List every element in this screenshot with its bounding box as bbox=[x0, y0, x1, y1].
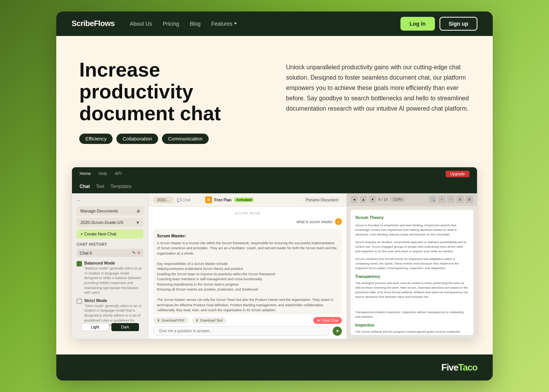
site-logo: ScribeFlows bbox=[72, 19, 114, 28]
app-pdf: ◂ ▴ ▾ 4 / 14 110% 🔍 + − ⬇ bbox=[347, 193, 477, 339]
hero-title: Increase productivity document chat bbox=[79, 59, 263, 125]
secondary-nav-home[interactable]: Home bbox=[80, 171, 91, 176]
pdf-page-info: 4 / 14 bbox=[378, 198, 388, 202]
response-body: A Scrum Master is a crucial role within … bbox=[157, 241, 338, 314]
chat-input-row: ➤ bbox=[153, 326, 342, 336]
secondary-nav-right: Upgrade bbox=[446, 170, 469, 177]
hero-tags: Efficiency Collaboration Communication bbox=[79, 134, 263, 144]
clear-chat-btn[interactable]: ⊗ Clear Chat bbox=[313, 317, 342, 324]
user-query-text: what is scrum master bbox=[297, 220, 333, 224]
login-button[interactable]: Log in bbox=[400, 17, 435, 31]
pdf-zoom: 110% bbox=[390, 197, 405, 202]
pdf-page: Scrum Theory Scrum is founded on empiric… bbox=[351, 210, 473, 335]
chat-plan-icon: B bbox=[205, 196, 212, 203]
chat-history-title: Chat History bbox=[77, 242, 144, 247]
tab-text[interactable]: Text bbox=[96, 184, 105, 189]
app-topbar: Chat Text Templates bbox=[72, 180, 477, 193]
tag-communication: Communication bbox=[162, 134, 209, 144]
app-section: Home Help API Upgrade Chat Text Template… bbox=[56, 159, 493, 354]
response-title: Scrum Master: bbox=[157, 233, 338, 239]
manage-docs-btn[interactable]: Manage Documents ⊞ bbox=[77, 206, 144, 216]
download-pdf-btn[interactable]: ⬇ Download PDF bbox=[153, 317, 189, 324]
pdf-tool-search[interactable]: 🔍 bbox=[429, 196, 436, 203]
secondary-nav-help[interactable]: Help bbox=[98, 171, 107, 176]
hero-right: Unlock unparalleled productivity gains w… bbox=[286, 59, 470, 114]
chat-item[interactable]: Chat 6 ✎ ✕ bbox=[77, 249, 144, 257]
app-body: ← Manage Documents ⊞ 2020-Scrum-Guide-US… bbox=[72, 193, 477, 339]
doc-item[interactable]: 2020-Scrum-Guide-US ▼ bbox=[77, 218, 144, 227]
clear-icon: ⊗ bbox=[317, 318, 320, 322]
app-secondary-bar: Home Help API Upgrade bbox=[72, 167, 477, 180]
send-button[interactable]: ➤ bbox=[333, 327, 342, 336]
pdf-text-1: Scrum is founded on empiricism and lean … bbox=[355, 223, 469, 237]
tab-chat[interactable]: Chat bbox=[80, 184, 90, 189]
chat-edit-icon[interactable]: ✎ bbox=[132, 250, 136, 255]
nav-pricing[interactable]: Pricing bbox=[163, 21, 179, 27]
nav-blog[interactable]: Blog bbox=[190, 21, 201, 27]
nav-features[interactable]: Features bbox=[211, 21, 237, 27]
user-message: what is scrum master B bbox=[153, 218, 342, 225]
mode-section: Balanced Mode "Balance mode" generally r… bbox=[77, 261, 144, 328]
light-mode-btn[interactable]: Light bbox=[81, 323, 109, 331]
footer-logo: FiveTaco bbox=[441, 362, 477, 373]
hero-content: Increase productivity document chat Effi… bbox=[79, 59, 470, 144]
chat-input[interactable] bbox=[153, 326, 330, 336]
pdf-subheading-inspection: Inspection bbox=[355, 322, 469, 328]
tag-collaboration: Collaboration bbox=[116, 134, 158, 144]
download-text-icon: ⬇ bbox=[196, 318, 199, 322]
hero-left: Increase productivity document chat Effi… bbox=[79, 59, 263, 144]
nav-links: About Us Pricing Blog Features bbox=[130, 21, 237, 27]
doc-item-chevron: ▼ bbox=[136, 220, 140, 225]
user-avatar: B bbox=[335, 218, 342, 225]
app-window: Home Help API Upgrade Chat Text Template… bbox=[72, 167, 477, 339]
app-chat: 2020-... 💬 Chat B Free Plan Activated Pr… bbox=[149, 193, 347, 339]
sidebar-footer: Light Dark bbox=[77, 320, 144, 334]
pdf-nav-arrows-down[interactable]: ▾ bbox=[369, 196, 376, 203]
chat-timestamp: 8:22 PM, 26 Feb bbox=[153, 211, 342, 215]
balanced-mode: Balanced Mode "Balance mode" generally r… bbox=[77, 261, 144, 295]
hero-description: Unlock unparalleled productivity gains w… bbox=[286, 62, 470, 114]
strict-checkbox[interactable] bbox=[77, 299, 82, 304]
pdf-tool-minus[interactable]: − bbox=[447, 196, 455, 203]
create-chat-btn[interactable]: + Create New Chat bbox=[77, 229, 144, 238]
chat-item-actions: ✎ ✕ bbox=[132, 250, 141, 255]
app-tabs: Chat Text Templates bbox=[80, 184, 131, 189]
signup-button[interactable]: Sign up bbox=[440, 17, 477, 31]
chat-messages: 8:22 PM, 26 Feb what is scrum master B S… bbox=[149, 207, 346, 314]
pdf-tools: 🔍 + − ⬇ ⊞ bbox=[429, 196, 473, 203]
pdf-heading-2: Transparency bbox=[355, 274, 469, 279]
chat-actions: ⬇ Download PDF ⬇ Download Text ⊗ Clear C… bbox=[153, 317, 342, 324]
sidebar-back-arrow[interactable]: ← bbox=[77, 198, 144, 203]
download-pdf-icon: ⬇ bbox=[157, 318, 160, 322]
chat-tab-label: 💬 Chat bbox=[177, 198, 191, 202]
dark-mode-btn[interactable]: Dark bbox=[111, 323, 139, 331]
pdf-nav-arrows-up[interactable]: ▴ bbox=[360, 196, 367, 203]
pdf-prev-btn[interactable]: ◂ bbox=[351, 196, 358, 203]
balanced-mode-content: Balanced Mode "Balance mode" generally r… bbox=[84, 261, 144, 295]
pdf-text-3: Scrum combines four formal events for in… bbox=[355, 257, 469, 271]
pdf-text-2: Scrum employs an iterative, incremental … bbox=[355, 240, 469, 254]
upgrade-button[interactable]: Upgrade bbox=[446, 171, 469, 177]
balanced-checkbox[interactable] bbox=[77, 261, 82, 266]
pdf-tool-plus[interactable]: + bbox=[438, 196, 446, 203]
tag-efficiency: Efficiency bbox=[79, 134, 113, 144]
nav-about[interactable]: About Us bbox=[130, 21, 152, 27]
hero-section: Increase productivity document chat Effi… bbox=[56, 36, 493, 160]
tab-templates[interactable]: Templates bbox=[111, 184, 132, 189]
pdf-text-5: Transparency enables Inspection. Inspect… bbox=[355, 310, 469, 319]
user-message-content: what is scrum master B bbox=[297, 218, 342, 225]
pdf-tool-expand[interactable]: ⊞ bbox=[466, 196, 473, 203]
chevron-down-icon bbox=[234, 23, 237, 24]
navbar: ScribeFlows About Us Pricing Blog Featur… bbox=[56, 11, 493, 36]
pdf-spacer bbox=[355, 302, 469, 310]
preview-doc-btn[interactable]: Preview Document bbox=[302, 197, 342, 203]
secondary-nav-api[interactable]: API bbox=[115, 171, 122, 176]
pdf-tool-download[interactable]: ⬇ bbox=[456, 196, 464, 203]
navbar-left: ScribeFlows About Us Pricing Blog Featur… bbox=[72, 19, 237, 28]
manage-docs-icon: ⊞ bbox=[137, 209, 140, 213]
chat-delete-icon[interactable]: ✕ bbox=[137, 250, 141, 255]
download-text-btn[interactable]: ⬇ Download Text bbox=[192, 317, 227, 324]
footer: FiveTaco bbox=[56, 354, 493, 381]
pdf-topbar: ◂ ▴ ▾ 4 / 14 110% 🔍 + − ⬇ bbox=[347, 193, 477, 206]
plan-info: B Free Plan Activated bbox=[205, 196, 254, 203]
